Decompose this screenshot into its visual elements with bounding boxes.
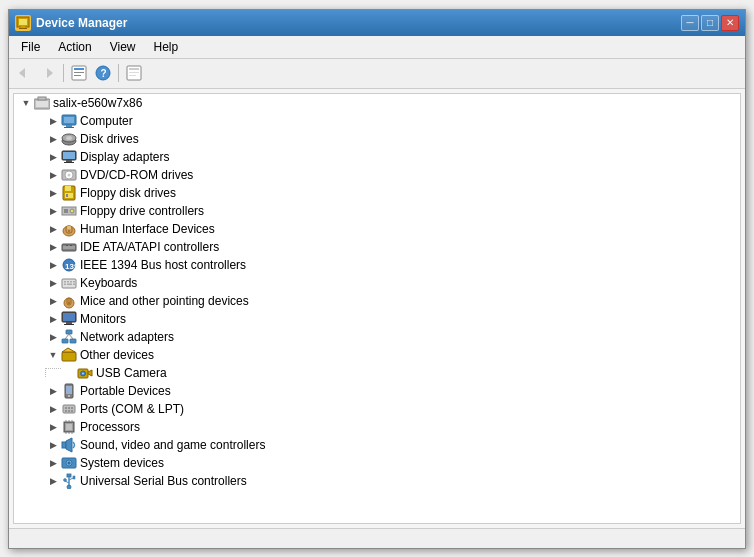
monitors-label: Monitors bbox=[80, 312, 126, 326]
root-icon bbox=[34, 95, 50, 111]
menu-file[interactable]: File bbox=[13, 38, 48, 56]
tree-node-keyboards[interactable]: ▶ Keyboards bbox=[14, 274, 740, 292]
menu-help[interactable]: Help bbox=[146, 38, 187, 56]
menu-bar: File Action View Help bbox=[9, 36, 745, 59]
processors-label: Processors bbox=[80, 420, 140, 434]
keyboards-expander[interactable]: ▶ bbox=[45, 275, 61, 291]
svg-rect-15 bbox=[129, 75, 136, 76]
svg-point-84 bbox=[65, 410, 67, 412]
usb-camera-expander bbox=[61, 365, 77, 381]
tree-node-mice[interactable]: ▶ Mice and other pointing devices bbox=[14, 292, 740, 310]
svg-point-32 bbox=[68, 173, 71, 176]
svg-rect-104 bbox=[73, 476, 75, 479]
sound-icon bbox=[61, 437, 77, 453]
tree-node-hid[interactable]: ▶ Human Interface Devices bbox=[14, 220, 740, 238]
tree-node-dvd[interactable]: ▶ DVD/CD-ROM drives bbox=[14, 166, 740, 184]
floppy-disk-icon bbox=[61, 185, 77, 201]
tree-node-disk[interactable]: ▶ Disk drives bbox=[14, 130, 740, 148]
hid-icon bbox=[61, 221, 77, 237]
tree-node-usb-camera[interactable]: USB Camera bbox=[14, 364, 740, 382]
svg-point-39 bbox=[70, 209, 74, 213]
ide-label: IDE ATA/ATAPI controllers bbox=[80, 240, 219, 254]
display-expander[interactable]: ▶ bbox=[45, 149, 61, 165]
svg-rect-57 bbox=[73, 283, 75, 285]
processors-icon bbox=[61, 419, 77, 435]
minimize-button[interactable]: ─ bbox=[681, 15, 699, 31]
menu-action[interactable]: Action bbox=[50, 38, 99, 56]
disk-expander[interactable]: ▶ bbox=[45, 131, 61, 147]
svg-rect-22 bbox=[64, 127, 74, 128]
svg-rect-14 bbox=[129, 72, 139, 73]
back-button[interactable] bbox=[13, 62, 35, 84]
root-expander[interactable]: ▼ bbox=[18, 95, 34, 111]
svg-rect-96 bbox=[62, 442, 66, 448]
computer-expander[interactable]: ▶ bbox=[45, 113, 61, 129]
portable-expander[interactable]: ▶ bbox=[45, 383, 61, 399]
refresh-button[interactable] bbox=[123, 62, 145, 84]
tree-node-floppy-ctrl[interactable]: ▶ Floppy drive controllers bbox=[14, 202, 740, 220]
forward-button[interactable] bbox=[37, 62, 59, 84]
tree-node-network[interactable]: ▶ Network adapters bbox=[14, 328, 740, 346]
tree-node-system[interactable]: ▶ System devices bbox=[14, 454, 740, 472]
svg-point-25 bbox=[66, 136, 72, 140]
svg-rect-55 bbox=[67, 283, 72, 285]
display-icon bbox=[61, 149, 77, 165]
ports-expander[interactable]: ▶ bbox=[45, 401, 61, 417]
toolbar-separator-1 bbox=[63, 64, 64, 82]
close-button[interactable]: ✕ bbox=[721, 15, 739, 31]
menu-view[interactable]: View bbox=[102, 38, 144, 56]
svg-rect-7 bbox=[74, 68, 84, 70]
svg-point-85 bbox=[68, 410, 70, 412]
tree-node-other[interactable]: ▼ Other devices bbox=[14, 346, 740, 364]
svg-rect-47 bbox=[70, 245, 72, 246]
system-expander[interactable]: ▶ bbox=[45, 455, 61, 471]
tree-node-floppy-disk[interactable]: ▶ Floppy disk drives bbox=[14, 184, 740, 202]
network-expander[interactable]: ▶ bbox=[45, 329, 61, 345]
tree-node-ports[interactable]: ▶ Ports (COM & LPT) bbox=[14, 400, 740, 418]
tree-node-usb[interactable]: ▶ Universal Serial Bus controllers bbox=[14, 472, 740, 490]
disk-icon bbox=[61, 131, 77, 147]
floppy-ctrl-expander[interactable]: ▶ bbox=[45, 203, 61, 219]
ieee-expander[interactable]: ▶ bbox=[45, 257, 61, 273]
tree-node-ieee[interactable]: ▶ 1394 IEEE 1394 Bus host controllers bbox=[14, 256, 740, 274]
ide-expander[interactable]: ▶ bbox=[45, 239, 61, 255]
mice-expander[interactable]: ▶ bbox=[45, 293, 61, 309]
properties-button[interactable] bbox=[68, 62, 90, 84]
tree-root[interactable]: ▼ salix-e560w7x86 bbox=[14, 94, 740, 112]
other-expander[interactable]: ▼ bbox=[45, 347, 61, 363]
sound-expander[interactable]: ▶ bbox=[45, 437, 61, 453]
tree-node-portable[interactable]: ▶ Portable Devices bbox=[14, 382, 740, 400]
maximize-button[interactable]: □ bbox=[701, 15, 719, 31]
svg-rect-52 bbox=[67, 281, 69, 283]
svg-rect-36 bbox=[66, 194, 68, 197]
floppy-disk-expander[interactable]: ▶ bbox=[45, 185, 61, 201]
app-icon bbox=[15, 15, 31, 31]
processors-expander[interactable]: ▶ bbox=[45, 419, 61, 435]
tree-node-computer[interactable]: ▶ Computer bbox=[14, 112, 740, 130]
help-button[interactable]: ? bbox=[92, 62, 114, 84]
tree-node-processors[interactable]: ▶ Processors bbox=[14, 418, 740, 436]
tree-node-sound[interactable]: ▶ Sound, video and game controllers bbox=[14, 436, 740, 454]
ieee-label: IEEE 1394 Bus host controllers bbox=[80, 258, 246, 272]
tree-node-monitors[interactable]: ▶ Monitors bbox=[14, 310, 740, 328]
svg-point-107 bbox=[67, 485, 71, 489]
monitors-icon bbox=[61, 311, 77, 327]
title-buttons: ─ □ ✕ bbox=[681, 15, 739, 31]
floppy-ctrl-label: Floppy drive controllers bbox=[80, 204, 204, 218]
other-icon bbox=[61, 347, 77, 363]
computer-label: Computer bbox=[80, 114, 133, 128]
tree-panel[interactable]: ▼ salix-e560w7x86 ▶ bbox=[13, 93, 741, 524]
tree-node-ide[interactable]: ▶ IDE ATA/ATAPI controllers bbox=[14, 238, 740, 256]
hid-expander[interactable]: ▶ bbox=[45, 221, 61, 237]
portable-label: Portable Devices bbox=[80, 384, 171, 398]
hid-label: Human Interface Devices bbox=[80, 222, 215, 236]
tree-node-display[interactable]: ▶ Display adapters bbox=[14, 148, 740, 166]
dvd-expander[interactable]: ▶ bbox=[45, 167, 61, 183]
svg-rect-27 bbox=[63, 152, 75, 159]
monitors-expander[interactable]: ▶ bbox=[45, 311, 61, 327]
svg-rect-66 bbox=[66, 330, 72, 334]
svg-rect-68 bbox=[70, 339, 76, 343]
svg-point-100 bbox=[68, 461, 71, 464]
usb-expander[interactable]: ▶ bbox=[45, 473, 61, 489]
svg-rect-13 bbox=[129, 68, 139, 70]
